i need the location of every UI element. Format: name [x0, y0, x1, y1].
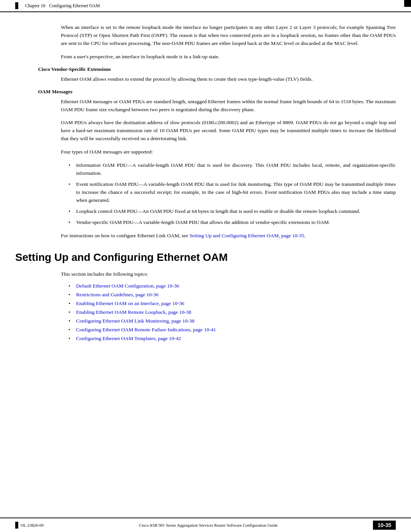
footer-doc-number: OL-23826-09: [21, 523, 44, 527]
oam-link-prefix: For instructions on how to configure Eth…: [61, 233, 190, 238]
main-link-5[interactable]: Configuring Ethernet OAM Remote Failure …: [68, 326, 396, 334]
cisco-heading: Cisco Vendor-Specific Extensions: [38, 66, 396, 72]
footer-center: Cisco ASR 901 Series Aggregation Service…: [139, 523, 277, 527]
oam-link-para: For instructions on how to configure Eth…: [61, 232, 396, 240]
page-header: Chapter 10 Configuring Ethernet OAM: [0, 0, 411, 12]
main-link-anchor-1[interactable]: Restrictions and Guidelines, page 10-36: [76, 292, 158, 297]
main-link-anchor-0[interactable]: Default Ethernet OAM Configuration, page…: [76, 283, 179, 289]
oam-bullet-0: Information OAM PDU—A variable-length OA…: [68, 161, 396, 177]
main-section: Setting Up and Configuring Ethernet OAM …: [15, 251, 396, 343]
intro-para-1: When an interface is set to the remote l…: [61, 24, 396, 48]
header-bar: [15, 2, 18, 9]
main-link-anchor-4[interactable]: Configuring Ethernet OAM Link Monitoring…: [76, 318, 194, 324]
top-right-marker: [404, 0, 411, 7]
main-link-anchor-6[interactable]: Configuring Ethernet OAM Templates, page…: [76, 335, 181, 341]
footer-bar: [15, 522, 18, 529]
oam-link[interactable]: Setting Up and Configuring Ethernet OAM,…: [190, 233, 304, 238]
main-link-6[interactable]: Configuring Ethernet OAM Templates, page…: [68, 334, 396, 343]
oam-heading: OAM Messages: [38, 89, 396, 95]
page-footer: OL-23826-09 Cisco ASR 901 Series Aggrega…: [0, 518, 411, 532]
main-link-3[interactable]: Enabling Ethernet OAM Remote Loopback, p…: [68, 308, 396, 317]
main-link-0[interactable]: Default Ethernet OAM Configuration, page…: [68, 282, 396, 291]
oam-para-3: Four types of OAM messages are supported…: [61, 148, 396, 156]
main-link-1[interactable]: Restrictions and Guidelines, page 10-36: [68, 291, 396, 299]
main-link-4[interactable]: Configuring Ethernet OAM Link Monitoring…: [68, 317, 396, 326]
oam-para-2: OAM PDUs always have the destination add…: [61, 119, 396, 143]
footer-page-number: 10-35: [373, 521, 396, 530]
main-link-anchor-2[interactable]: Enabling Ethernet OAM on an Interface, p…: [76, 300, 184, 306]
main-content: When an interface is set to the remote l…: [0, 12, 411, 371]
cisco-body: Ethernet OAM allows vendors to extend th…: [61, 75, 396, 83]
header-chapter: Chapter 10: [25, 3, 45, 9]
main-section-intro: This section includes the following topi…: [61, 270, 396, 278]
oam-section: OAM Messages Ethernet OAM messages or OA…: [15, 89, 396, 240]
intro-para-2: From a user's perspective, an interface …: [61, 53, 396, 61]
oam-bullet-3: Vendor-specific OAM PDU—A variable-lengt…: [68, 219, 396, 227]
main-link-2[interactable]: Enabling Ethernet OAM on an Interface, p…: [68, 299, 396, 308]
oam-bullet-1: Event notification OAM PDU—A variable-le…: [68, 181, 396, 204]
oam-para-1: Ethernet OAM messages or OAM PDUs are st…: [61, 98, 396, 114]
page: Chapter 10 Configuring Ethernet OAM When…: [0, 0, 411, 532]
header-chapter-title: Configuring Ethernet OAM: [49, 3, 100, 9]
main-section-links: Default Ethernet OAM Configuration, page…: [68, 282, 396, 343]
oam-bullet-2: Loopback control OAM PDU—An OAM PDU fixe…: [68, 208, 396, 216]
main-link-anchor-5[interactable]: Configuring Ethernet OAM Remote Failure …: [76, 327, 216, 332]
oam-link-suffix: .: [304, 233, 305, 238]
main-section-title: Setting Up and Configuring Ethernet OAM: [15, 251, 396, 264]
main-link-anchor-3[interactable]: Enabling Ethernet OAM Remote Loopback, p…: [76, 309, 191, 315]
footer-left: OL-23826-09: [15, 522, 44, 529]
cisco-section: Cisco Vendor-Specific Extensions Etherne…: [15, 66, 396, 83]
oam-bullets: Information OAM PDU—A variable-length OA…: [68, 161, 396, 226]
